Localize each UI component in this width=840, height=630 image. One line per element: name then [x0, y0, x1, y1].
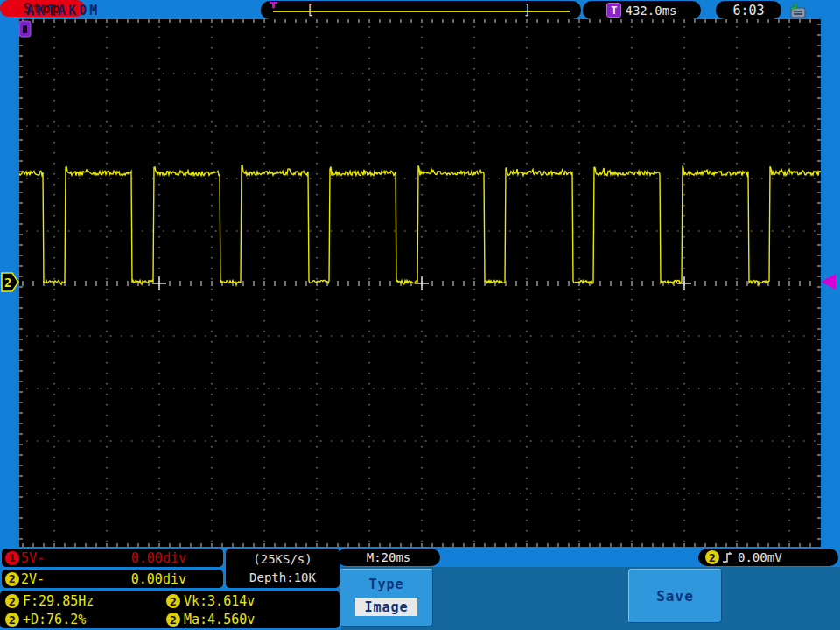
clock-readout: 6:03 — [716, 1, 781, 19]
channel2-scale: 2V- — [21, 571, 45, 587]
acquisition-info-box: (25KS/s) Depth:10K — [226, 549, 340, 588]
measurement-frequency: 2 F:29.85Hz — [5, 593, 94, 609]
trigger-channel-badge: 2 — [705, 550, 719, 564]
window-right-bracket: ] — [523, 2, 531, 18]
save-button[interactable]: Save — [628, 569, 722, 623]
measurement-channel-badge: 2 — [5, 594, 19, 608]
measurement-ma: 2 Ma:4.560v — [166, 612, 255, 627]
sample-rate: (25KS/s) — [253, 550, 312, 569]
trigger-time-readout: T 432.0ms — [583, 1, 701, 19]
channel1-badge: 1 — [5, 551, 19, 565]
window-left-bracket: [ — [306, 2, 314, 18]
measurement-channel-badge: 2 — [166, 594, 180, 608]
oscilloscope-screen: AKTAKOM Stop [ ] T 432.0ms 6:03 — [0, 0, 840, 630]
measurement-vk: 2 Vk:3.614v — [166, 593, 255, 609]
channel1-status-row: 1 5V- 0.00div — [2, 549, 223, 567]
trigger-level-readout: 2 0.00mV — [698, 549, 838, 566]
trigger-position-marker-icon — [270, 1, 277, 8]
measurement-channel-badge: 2 — [166, 612, 180, 626]
type-menu-button[interactable]: Type Image — [340, 569, 433, 626]
channel2-badge: 2 — [5, 572, 19, 586]
measurement-value: Vk:3.614v — [184, 593, 255, 609]
channel2-position-marker: 2 — [1, 272, 19, 292]
channel1-scale: 5V- — [21, 550, 45, 566]
trigger-level-arrow — [821, 274, 836, 290]
measurement-channel-badge: 2 — [5, 612, 19, 626]
trigger-time-value: 432.0ms — [625, 4, 676, 18]
type-label: Type — [340, 577, 432, 592]
measurement-value: F:29.85Hz — [23, 593, 94, 609]
timebase-readout: M:20ms — [337, 549, 440, 566]
measurement-value: +D:76.2% — [23, 612, 86, 627]
channel2-waveform — [19, 19, 821, 547]
rising-edge-icon — [722, 551, 736, 564]
measurements-box: 2 F:29.85Hz 2 Vk:3.614v 2 +D:76.2% 2 Ma:… — [0, 591, 340, 628]
top-status-bar: AKTAKOM Stop [ ] T 432.0ms 6:03 — [0, 0, 840, 19]
measurement-duty: 2 +D:76.2% — [5, 612, 86, 627]
channel2-status-row: 2 2V- 0.00div — [2, 570, 223, 588]
usb-storage-icon — [787, 2, 809, 19]
trigger-t-icon: T — [606, 3, 621, 18]
brand-logo: AKTAKOM — [26, 3, 100, 18]
trigger-position-bar: [ ] — [261, 1, 581, 19]
channel1-offset: 0.00div — [131, 550, 186, 566]
type-selected-option[interactable]: Image — [355, 598, 417, 616]
graticule-display — [19, 19, 821, 547]
svg-text:2: 2 — [4, 276, 11, 290]
channel2-offset: 0.00div — [131, 571, 186, 587]
measurement-value: Ma:4.560v — [184, 612, 255, 627]
trigger-level-value: 0.00mV — [738, 550, 782, 564]
trigger-horizontal-marker-icon — [19, 19, 33, 38]
memory-depth: Depth:10K — [249, 569, 316, 587]
